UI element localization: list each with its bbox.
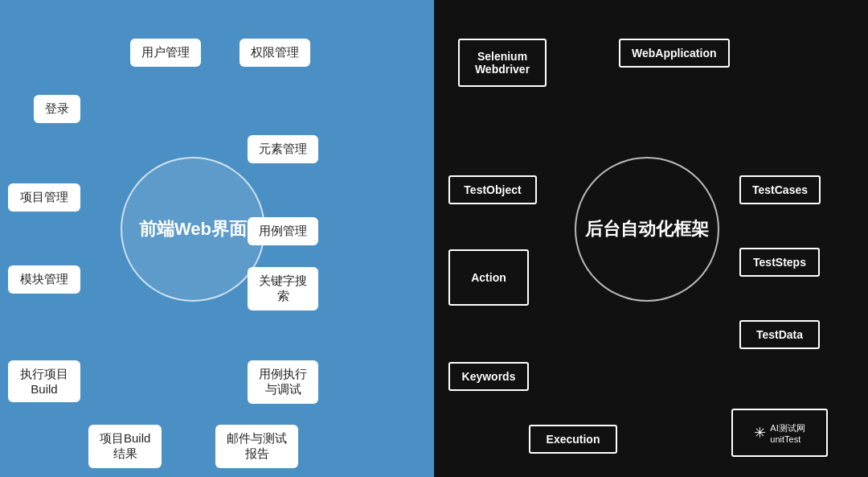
node-youjian: 邮件与测试报告: [215, 425, 298, 468]
left-circle-label: 前端Web界面: [139, 217, 247, 241]
node-action: Action: [448, 249, 529, 306]
node-testdata: TestData: [739, 320, 820, 349]
right-panel: 后台自动化框架 SeleniumWebdriver WebApplication…: [434, 0, 868, 477]
node-zhixing: 执行项目Build: [8, 360, 80, 402]
right-circle-label: 后台自动化框架: [585, 217, 709, 241]
node-xiangmu: 项目管理: [8, 183, 80, 212]
node-testobject: TestObject: [448, 175, 537, 204]
left-center-circle: 前端Web界面: [121, 157, 265, 302]
node-webapp: WebApplication: [619, 39, 730, 68]
node-yuansu: 元素管理: [248, 135, 318, 163]
unittest-icon: ✳: [754, 424, 766, 442]
node-mokuai: 模块管理: [8, 265, 80, 294]
node-yongli: 用例管理: [248, 217, 318, 245]
unittest-label: AI测试网unitTest: [770, 422, 805, 444]
node-xiangmubuild: 项目Build结果: [88, 425, 162, 468]
left-panel: 前端Web界面 用户管理 权限管理 登录 元素管理 项目管理 用例管理 模块管理…: [0, 0, 434, 477]
node-keywords: Keywords: [448, 362, 529, 391]
node-yonglizx: 用例执行与调试: [248, 360, 318, 404]
node-unittest: ✳ AI测试网unitTest: [731, 409, 828, 457]
node-yonghu: 用户管理: [130, 39, 201, 67]
node-testcases: TestCases: [739, 175, 821, 204]
right-center-circle: 后台自动化框架: [575, 157, 719, 302]
node-teststeps: TestSteps: [739, 248, 820, 277]
node-selenium: SeleniumWebdriver: [458, 39, 547, 87]
node-denglu: 登录: [34, 95, 80, 123]
node-execution: Execution: [529, 425, 617, 454]
node-quanxian: 权限管理: [240, 39, 310, 67]
node-guanjianzi: 关键字搜索: [248, 267, 318, 310]
